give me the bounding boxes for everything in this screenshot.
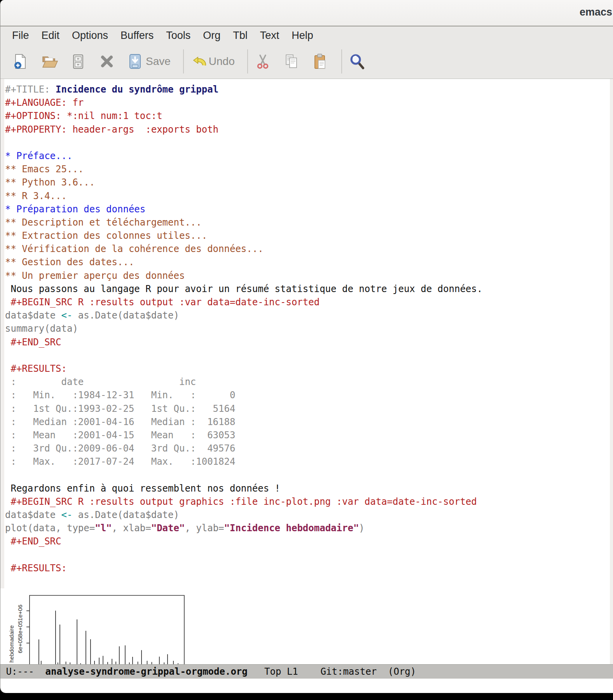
buffer-line (5, 575, 609, 588)
buffer-line (5, 349, 609, 362)
buffer-segment: <- (61, 509, 73, 520)
menu-item-file[interactable]: File (6, 26, 35, 44)
buffer-segment: #+OPTIONS: *:nil num:1 toc:t (5, 110, 162, 121)
cut-button[interactable] (254, 53, 271, 70)
buffer-segment: Incidence du syndrôme grippal (56, 84, 218, 95)
mode-line-segment: Top L1 Git:master (Org) (248, 666, 416, 677)
buffer-line: : Min. :1984-12-31 Min. : 0 (5, 388, 609, 402)
menu-item-buffers[interactable]: Buffers (114, 26, 160, 44)
search-icon (348, 53, 365, 70)
menu-item-tools[interactable]: Tools (160, 26, 197, 44)
buffer-line: #+BEGIN_SRC R :results output :var data=… (5, 296, 609, 309)
buffer-segment: as.Date(data$date) (72, 310, 179, 321)
copy-icon (283, 53, 300, 70)
toolbar-separator (183, 49, 184, 74)
buffer-area[interactable]: #+TITLE: Incidence du syndrôme grippal#+… (0, 79, 613, 664)
menu-item-org[interactable]: Org (197, 26, 227, 44)
buffer-segment: <- (61, 310, 73, 321)
copy-button[interactable] (283, 53, 300, 70)
buffer-line: : Mean :2001-04-15 Mean : 63053 (5, 429, 609, 442)
buffer-line: * Préparation des données (5, 203, 609, 216)
save-icon (127, 53, 144, 70)
open-file-button[interactable] (41, 53, 58, 70)
buffer-line: : 1st Qu.:1993-02-25 1st Qu.: 5164 (5, 402, 609, 415)
svg-text:1e+06: 1e+06 (17, 605, 23, 621)
buffer-line: #+TITLE: Incidence du syndrôme grippal (5, 83, 609, 96)
cut-icon (254, 53, 271, 70)
dired-button[interactable] (70, 53, 87, 70)
menu-item-text[interactable]: Text (254, 26, 286, 44)
buffer-line (5, 548, 609, 562)
title-bar: emacs (0, 0, 613, 26)
buffer-text: #+TITLE: Incidence du syndrôme grippal#+… (5, 83, 609, 588)
open-folder-icon (41, 53, 58, 70)
buffer-line: #+PROPERTY: header-args :exports both (5, 123, 609, 136)
buffer-segment: , ylab= (185, 523, 224, 534)
buffer-segment: , xlab= (112, 523, 151, 534)
buffer-line: #+RESULTS: (5, 362, 609, 375)
buffer-segment: #+RESULTS: (5, 363, 67, 374)
buffer-segment: #+RESULTS: (5, 563, 67, 574)
search-button[interactable] (348, 53, 365, 70)
undo-button[interactable]: Undo (190, 53, 235, 70)
buffer-line: ** Gestion des dates... (5, 256, 609, 269)
buffer-segment: "Incidence hebdomadaire" (224, 523, 359, 534)
paste-icon (312, 53, 329, 70)
new-file-button[interactable] (12, 53, 29, 70)
save-button-label: Save (146, 55, 171, 68)
buffer-line: ** Emacs 25... (5, 163, 609, 176)
buffer-line: ** Vérification de la cohérence des donn… (5, 242, 609, 256)
buffer-segment: #+LANGUAGE: fr (5, 97, 84, 108)
undo-icon (190, 53, 207, 70)
menu-item-options[interactable]: Options (66, 26, 114, 44)
buffer-segment: : Median :2001-04-16 Median : 16188 (5, 416, 235, 427)
buffer-line: : date inc (5, 375, 609, 388)
buffer-line: plot(data, type="l", xlab="Date", ylab="… (5, 522, 609, 535)
undo-button-label: Undo (209, 55, 235, 68)
buffer-segment: Nous passons au langage R pour avoir un … (5, 284, 482, 294)
mode-line-segment: U:--- (0, 666, 45, 677)
buffer-line: ** Description et téléchargement... (5, 216, 609, 229)
emacs-window: emacs FileEditOptionsBuffersToolsOrgTblT… (0, 0, 613, 693)
buffer-segment: ) (359, 523, 364, 534)
buffer-line: #+BEGIN_SRC R :results output graphics :… (5, 495, 609, 508)
buffer-segment: * Préface... (5, 150, 72, 161)
buffer-segment: ** Description et téléchargement... (5, 217, 202, 228)
svg-text:Incidence hebdomadaire: Incidence hebdomadaire (8, 625, 15, 665)
file-cabinet-icon (70, 53, 87, 70)
echo-area: Beginning of buffer (0, 679, 613, 693)
buffer-line: #+END_SRC (5, 336, 609, 349)
buffer-segment: #+END_SRC (5, 536, 61, 547)
buffer-segment: ** Python 3.6... (5, 177, 95, 188)
menu-item-edit[interactable]: Edit (35, 26, 66, 44)
buffer-segment: ** Gestion des dates... (5, 257, 134, 268)
buffer-line: : Median :2001-04-16 Median : 16188 (5, 415, 609, 429)
save-button[interactable]: Save (127, 53, 171, 70)
buffer-segment: #+TITLE: (5, 84, 56, 95)
buffer-segment: #+END_SRC (5, 337, 61, 348)
buffer-segment: : Min. :1984-12-31 Min. : 0 (5, 390, 235, 401)
buffer-line: Regardons enfin à quoi ressemblent nos d… (5, 482, 609, 495)
buffer-segment: ** Vérification de la cohérence des donn… (5, 243, 264, 254)
inline-r-plot: 6e+058e+051e+06Incidence hebdomadaire (0, 588, 210, 665)
mode-line[interactable]: U:--- analyse-syndrome-grippal-orgmode.o… (0, 664, 613, 679)
buffer-line: Nous passons au langage R pour avoir un … (5, 282, 609, 296)
new-file-icon (12, 53, 29, 70)
buffer-segment: ** Emacs 25... (5, 164, 84, 175)
svg-text:6e+05: 6e+05 (17, 637, 23, 653)
buffer-segment: : 3rd Qu.:2009-06-04 3rd Qu.: 49576 (5, 443, 235, 454)
menu-item-help[interactable]: Help (285, 26, 320, 44)
buffer-segment: : 1st Qu.:1993-02-25 1st Qu.: 5164 (5, 403, 235, 414)
left-fringe (0, 79, 4, 664)
right-fringe (610, 79, 613, 664)
buffer-line: ** R 3.4... (5, 189, 609, 203)
buffer-segment: #+PROPERTY: header-args :exports both (5, 124, 218, 135)
buffer-segment: data$date (5, 509, 61, 520)
paste-button[interactable] (312, 53, 329, 70)
toolbar-separator (247, 49, 248, 74)
buffer-line: #+END_SRC (5, 535, 609, 548)
close-buffer-button[interactable] (98, 53, 115, 70)
menu-item-tbl[interactable]: Tbl (227, 26, 254, 44)
buffer-segment: plot(data, type= (5, 523, 95, 534)
buffer-segment: as.Date(data$date) (72, 509, 179, 520)
